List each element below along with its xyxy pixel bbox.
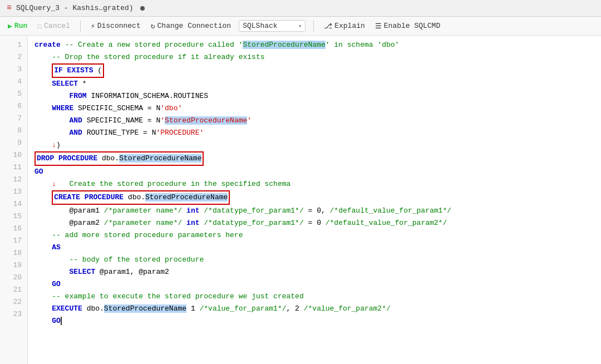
run-icon: ▶ — [8, 22, 12, 31]
change-connection-button[interactable]: ↻ Change Connection — [149, 21, 233, 32]
line-num-7: 7 — [11, 112, 22, 125]
code-line-13: CREATE PROCEDURE dbo.StoredProcedureName — [35, 190, 594, 205]
code-line-14: @param1 /*parameter name*/ int /*datatyp… — [35, 205, 594, 217]
line-num-6: 6 — [11, 100, 22, 112]
code-line-5: FROM INFORMATION_SCHEMA.ROUTINES — [35, 90, 594, 102]
chevron-down-icon: ▾ — [298, 23, 302, 29]
code-line-2: -- Drop the stored procedure if it alrea… — [35, 51, 594, 63]
code-line-4: SELECT * — [35, 78, 594, 90]
line-num-15: 15 — [11, 210, 22, 223]
code-line-16: -- add more stored procedure parameters … — [35, 229, 594, 242]
cancel-button[interactable]: ☐ Cancel — [35, 21, 72, 32]
window-title: SQLQuery_3 - Kashis…grated) — [16, 4, 134, 12]
disconnect-icon: ⚡ — [91, 22, 95, 31]
code-line-15: @param2 /*parameter name*/ int /*datatyp… — [35, 217, 594, 229]
line-num-9: 9 — [11, 137, 22, 149]
line-num-16: 16 — [11, 223, 22, 235]
database-name: SQLShack — [243, 22, 296, 30]
code-line-12: ↓ Create the stored procedure in the spe… — [35, 178, 594, 190]
line-num-4: 4 — [11, 76, 22, 88]
code-line-10: DROP PROCEDURE dbo.StoredProcedureName — [35, 151, 594, 166]
code-line-7: AND SPECIFIC_NAME = N'StoredProcedureNam… — [35, 115, 594, 127]
line-num-10: 10 — [11, 149, 22, 161]
code-line-3: IF EXISTS ( — [35, 63, 594, 78]
line-num-19: 19 — [11, 259, 22, 272]
code-line-8: AND ROUTINE_TYPE = N'PROCEDURE' — [35, 127, 594, 139]
toolbar: ▶ Run ☐ Cancel ⚡ Disconnect ↻ Change Con… — [0, 17, 601, 36]
toolbar-separator-2 — [313, 21, 314, 32]
db-icon: ≡ — [7, 3, 12, 13]
explain-button[interactable]: ⎇ Explain — [322, 21, 367, 32]
line-num-18: 18 — [11, 247, 22, 259]
line-num-20: 20 — [11, 272, 22, 284]
change-conn-icon: ↻ — [151, 22, 155, 31]
sqlcmd-icon: ☰ — [375, 22, 382, 31]
toolbar-separator-1 — [80, 21, 81, 32]
line-num-23: 23 — [11, 308, 22, 321]
code-line-11: GO — [35, 166, 594, 178]
line-num-11: 11 — [11, 161, 22, 174]
title-bar: ≡ SQLQuery_3 - Kashis…grated) — [0, 0, 601, 17]
disconnect-label: Disconnect — [97, 22, 141, 30]
change-conn-label: Change Connection — [157, 22, 231, 30]
code-editor: 1 2 3 4 5 6 7 8 9 10 11 12 13 14 15 16 1… — [0, 36, 601, 364]
code-line-20: GO — [35, 278, 594, 291]
code-line-23: GO — [35, 315, 594, 327]
line-num-17: 17 — [11, 235, 22, 247]
line-num-21: 21 — [11, 284, 22, 296]
run-label: Run — [14, 22, 27, 30]
code-line-6: WHERE SPECIFIC_SCHEMA = N'dbo' — [35, 102, 594, 115]
cancel-label: Cancel — [44, 22, 70, 30]
line-num-2: 2 — [11, 51, 22, 63]
explain-icon: ⎇ — [324, 22, 332, 31]
code-line-18: -- body of the stored procedure — [35, 254, 594, 266]
line-num-22: 22 — [11, 296, 22, 308]
disconnect-button[interactable]: ⚡ Disconnect — [88, 21, 143, 32]
code-line-19: SELECT @param1, @param2 — [35, 266, 594, 278]
code-line-22: EXECUTE dbo.StoredProcedureName 1 /*valu… — [35, 303, 594, 315]
code-content-area[interactable]: create -- Create a new stored procedure … — [28, 36, 601, 364]
explain-label: Explain — [334, 22, 365, 30]
run-button[interactable]: ▶ Run — [6, 21, 29, 32]
code-line-17: AS — [35, 242, 594, 254]
line-num-3: 3 — [11, 63, 22, 76]
database-selector[interactable]: SQLShack ▾ — [239, 20, 306, 32]
code-line-21: -- example to execute the stored procedu… — [35, 291, 594, 303]
code-line-9: ↓) — [35, 139, 594, 151]
sqlcmd-label: Enable SQLCMD — [384, 22, 440, 30]
line-num-8: 8 — [11, 125, 22, 137]
line-num-14: 14 — [11, 198, 22, 210]
cancel-icon: ☐ — [37, 22, 42, 31]
modified-dot — [140, 6, 145, 11]
line-num-1: 1 — [11, 39, 22, 51]
code-line-1: create -- Create a new stored procedure … — [35, 39, 594, 51]
line-num-5: 5 — [11, 88, 22, 100]
line-num-13: 13 — [11, 186, 22, 198]
enable-sqlcmd-button[interactable]: ☰ Enable SQLCMD — [373, 21, 442, 32]
line-num-12: 12 — [11, 174, 22, 186]
line-numbers: 1 2 3 4 5 6 7 8 9 10 11 12 13 14 15 16 1… — [0, 36, 28, 364]
